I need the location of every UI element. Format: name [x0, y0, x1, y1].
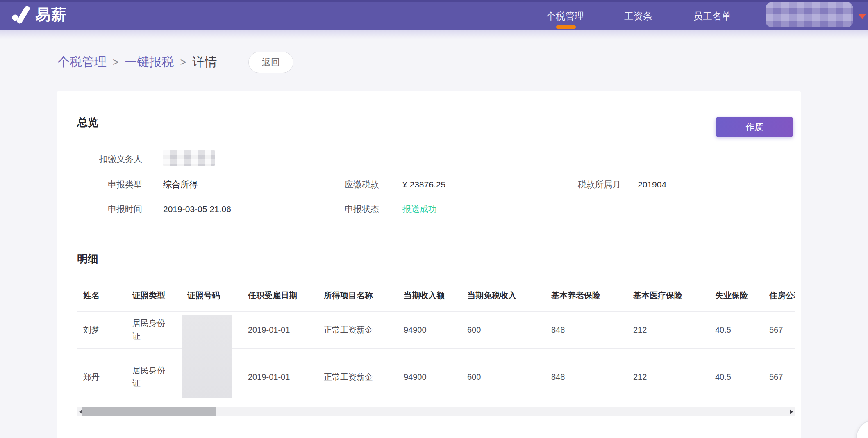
cell-id-type: 居民身份证 — [132, 311, 187, 348]
header-shadow — [0, 30, 868, 39]
declare-time-value: 2019-03-05 21:06 — [163, 202, 231, 216]
back-button[interactable]: 返回 — [248, 52, 293, 73]
breadcrumb: 个税管理 > 一键报税 > 详情 — [57, 54, 217, 71]
col-header-housing-fund: 住房公积金 — [769, 280, 795, 311]
cell-medical: 212 — [633, 348, 715, 406]
withholding-agent-label: 扣缴义务人 — [57, 152, 142, 166]
nav-tab-payslip[interactable]: 工资条 — [624, 10, 652, 23]
app-logo[interactable]: 易薪 — [11, 4, 67, 25]
declare-status-value: 报送成功 — [402, 202, 437, 216]
cell-pension: 848 — [551, 311, 633, 348]
col-header-name: 姓名 — [77, 280, 132, 311]
breadcrumb-tax-management[interactable]: 个税管理 — [57, 54, 107, 71]
user-account-redacted[interactable] — [766, 2, 853, 27]
col-header-tax-free-income: 当期免税收入 — [467, 280, 551, 311]
void-button[interactable]: 作废 — [716, 117, 793, 137]
col-header-medical: 基本医疗保险 — [633, 280, 715, 311]
withholding-agent-value-redacted — [163, 150, 215, 166]
declare-time-label: 申报时间 — [57, 202, 142, 216]
breadcrumb-current-detail: 详情 — [192, 54, 217, 71]
app-header: 易薪 个税管理 工资条 员工名单 — [0, 0, 868, 30]
col-header-current-income: 当期收入额 — [404, 280, 467, 311]
cell-housing-fund: 567 — [769, 311, 795, 348]
tax-due-label: 应缴税款 — [294, 178, 379, 192]
nav-tab-tax-management[interactable]: 个税管理 — [546, 10, 584, 23]
logo-text: 易薪 — [35, 5, 67, 25]
cell-name: 刘梦 — [77, 311, 132, 348]
scroll-left-arrow-icon[interactable] — [79, 409, 82, 414]
page: 易薪 个税管理 工资条 员工名单 个税管理 > 一键报税 > 详情 返回 总览 … — [0, 0, 868, 438]
cell-hire-date: 2019-01-01 — [248, 348, 324, 406]
user-dropdown-caret-icon[interactable] — [858, 14, 866, 19]
col-header-id-number: 证照号码 — [187, 280, 248, 311]
nav-tab-employee-list[interactable]: 员工名单 — [693, 10, 731, 23]
breadcrumb-separator: > — [113, 56, 119, 68]
cell-id-type: 居民身份证 — [132, 348, 187, 406]
cell-income-item: 正常工资薪金 — [324, 348, 404, 406]
declare-type-label: 申报类型 — [57, 178, 142, 192]
col-header-hire-date: 任职受雇日期 — [248, 280, 324, 311]
col-header-pension: 基本养老保险 — [551, 280, 633, 311]
cell-tax-free-income: 600 — [467, 311, 551, 348]
cell-hire-date: 2019-01-01 — [248, 311, 324, 348]
col-header-income-item: 所得项目名称 — [324, 280, 404, 311]
cell-pension: 848 — [551, 348, 633, 406]
cell-current-income: 94900 — [404, 348, 467, 406]
detail-table: 姓名 证照类型 证照号码 任职受雇日期 所得项目名称 当期收入额 当期免税收入 … — [77, 280, 795, 419]
active-tab-indicator — [556, 25, 576, 29]
detail-section-title: 明细 — [77, 252, 98, 266]
cell-medical: 212 — [633, 311, 715, 348]
cell-housing-fund: 567 — [769, 348, 795, 406]
detail-card: 总览 作废 扣缴义务人 申报类型 综合所得 应缴税款 ¥ 23876.25 税款… — [57, 91, 801, 438]
col-header-unemployment: 失业保险 — [715, 280, 769, 311]
declare-status-label: 申报状态 — [294, 202, 379, 216]
horizontal-scrollbar[interactable] — [77, 407, 795, 416]
cell-unemployment: 40.5 — [715, 311, 769, 348]
tax-month-value: 201904 — [638, 178, 666, 192]
cell-unemployment: 40.5 — [715, 348, 769, 406]
scrollbar-thumb[interactable] — [82, 407, 216, 416]
declare-type-value: 综合所得 — [163, 178, 198, 192]
tax-month-label: 税款所属月 — [536, 178, 621, 192]
cell-current-income: 94900 — [404, 311, 467, 348]
overview-section-title: 总览 — [77, 115, 98, 130]
table-header-row: 姓名 证照类型 证照号码 任职受雇日期 所得项目名称 当期收入额 当期免税收入 … — [77, 280, 795, 311]
breadcrumb-separator: > — [180, 56, 186, 68]
col-header-id-type: 证照类型 — [132, 280, 187, 311]
floating-helper-button[interactable] — [856, 419, 868, 438]
tax-due-value: ¥ 23876.25 — [402, 178, 445, 192]
logo-checkmark-icon — [11, 4, 32, 25]
cell-tax-free-income: 600 — [467, 348, 551, 406]
breadcrumb-one-click-filing[interactable]: 一键报税 — [125, 54, 174, 71]
cell-income-item: 正常工资薪金 — [324, 311, 404, 348]
id-number-redaction-block — [182, 315, 232, 398]
header-top-strip — [0, 0, 868, 2]
cell-name: 郑丹 — [77, 348, 132, 406]
scroll-right-arrow-icon[interactable] — [790, 409, 793, 414]
